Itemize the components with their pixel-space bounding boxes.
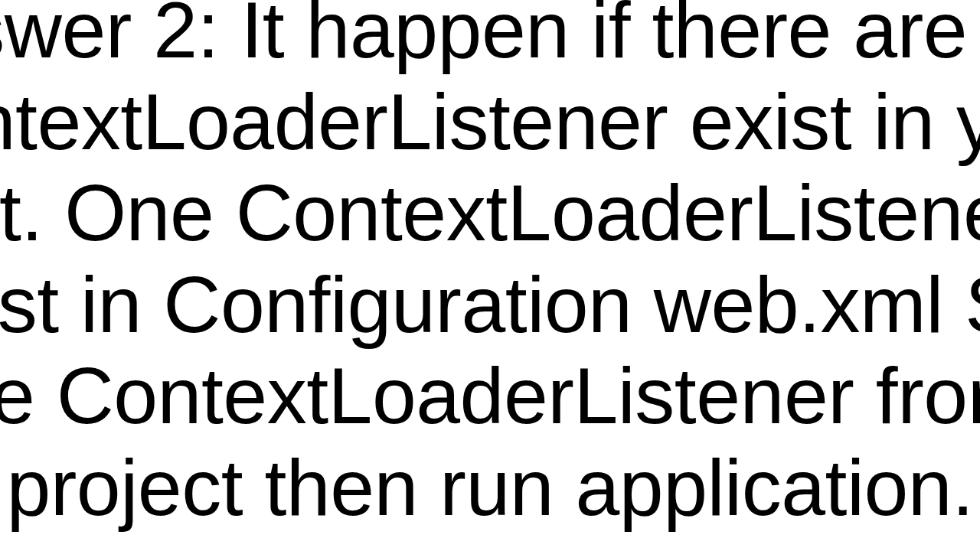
document-body-text: Answer 2: It happen if there are two Con… [0, 0, 980, 534]
